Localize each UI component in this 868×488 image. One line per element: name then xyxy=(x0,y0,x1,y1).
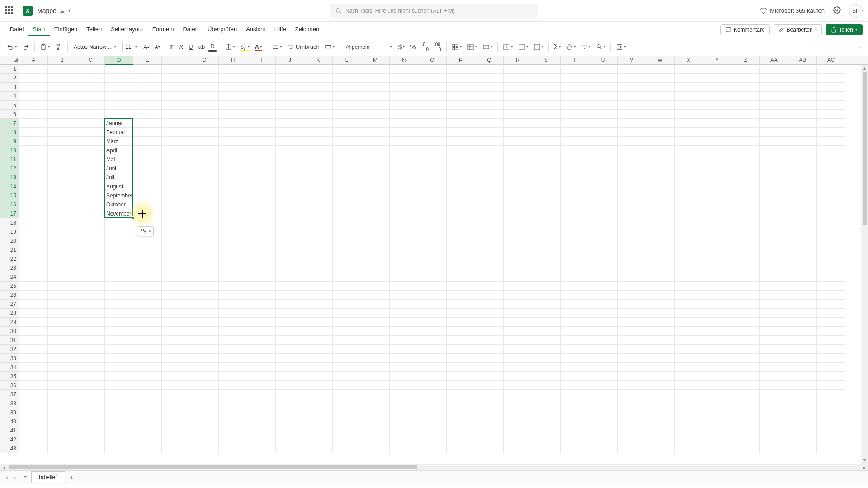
cell[interactable] xyxy=(504,254,532,263)
cell[interactable] xyxy=(333,83,361,92)
cell[interactable] xyxy=(219,291,247,300)
cell[interactable] xyxy=(105,318,133,327)
cell[interactable] xyxy=(504,227,532,236)
row-header[interactable]: 41 xyxy=(0,426,19,435)
row-header[interactable]: 19 xyxy=(0,227,19,236)
cell[interactable] xyxy=(361,417,390,426)
cell[interactable] xyxy=(731,381,760,390)
cell[interactable] xyxy=(133,155,162,164)
cell[interactable] xyxy=(561,92,589,101)
cell[interactable] xyxy=(390,354,418,363)
cell[interactable] xyxy=(561,245,589,254)
menu-start[interactable]: Start xyxy=(28,23,49,36)
cell[interactable] xyxy=(589,354,618,363)
col-header[interactable]: H xyxy=(219,56,247,64)
cell[interactable] xyxy=(219,209,247,218)
cell[interactable] xyxy=(418,218,447,227)
cell[interactable] xyxy=(19,272,48,282)
cell[interactable] xyxy=(361,272,390,282)
cell[interactable] xyxy=(390,245,418,254)
cell[interactable] xyxy=(532,83,561,92)
cell[interactable] xyxy=(760,137,788,146)
cell[interactable] xyxy=(333,390,361,399)
cell[interactable] xyxy=(788,83,817,92)
cell[interactable] xyxy=(646,182,675,191)
row-header[interactable]: 17 xyxy=(0,209,19,218)
font-size-select[interactable]: 11▾ xyxy=(122,42,140,52)
cell[interactable] xyxy=(618,110,646,119)
cell[interactable] xyxy=(162,110,190,119)
cell[interactable] xyxy=(418,146,447,155)
cell[interactable] xyxy=(731,309,760,318)
cell[interactable] xyxy=(675,137,703,146)
cell[interactable] xyxy=(703,309,731,318)
cell[interactable] xyxy=(76,282,105,291)
cell[interactable] xyxy=(105,110,133,119)
cell[interactable] xyxy=(532,164,561,173)
cell[interactable] xyxy=(817,83,845,92)
cell[interactable] xyxy=(276,309,304,318)
cell[interactable] xyxy=(447,137,475,146)
cell[interactable] xyxy=(390,372,418,381)
cell[interactable] xyxy=(19,146,48,155)
cell[interactable] xyxy=(731,372,760,381)
cell[interactable] xyxy=(304,83,333,92)
cell[interactable] xyxy=(105,83,133,92)
cell[interactable] xyxy=(731,236,760,245)
cell[interactable] xyxy=(190,173,219,182)
cell[interactable] xyxy=(475,354,504,363)
cell[interactable] xyxy=(504,444,532,453)
cell[interactable] xyxy=(48,435,76,444)
cell[interactable] xyxy=(19,110,48,119)
cell[interactable] xyxy=(19,390,48,399)
cell[interactable] xyxy=(589,417,618,426)
cell[interactable] xyxy=(390,291,418,300)
cell[interactable] xyxy=(76,236,105,245)
row-header[interactable]: 16 xyxy=(0,200,19,209)
cell[interactable] xyxy=(817,300,845,309)
cell[interactable] xyxy=(703,128,731,137)
cell[interactable] xyxy=(276,263,304,272)
cell[interactable] xyxy=(731,345,760,354)
cell[interactable] xyxy=(504,83,532,92)
cell[interactable] xyxy=(304,272,333,282)
cell[interactable] xyxy=(105,218,133,227)
cell[interactable] xyxy=(731,119,760,128)
cell[interactable] xyxy=(675,74,703,83)
cell[interactable] xyxy=(589,444,618,453)
cell[interactable] xyxy=(133,182,162,191)
cell[interactable] xyxy=(788,426,817,435)
cell[interactable] xyxy=(304,146,333,155)
cell[interactable] xyxy=(276,209,304,218)
cell[interactable] xyxy=(390,173,418,182)
cell[interactable] xyxy=(589,399,618,408)
cell[interactable] xyxy=(703,336,731,345)
cell[interactable] xyxy=(760,236,788,245)
cell[interactable] xyxy=(703,227,731,236)
cell[interactable] xyxy=(19,155,48,164)
cell[interactable] xyxy=(618,300,646,309)
autosum-button[interactable]: Σ▾ xyxy=(552,42,563,52)
cell[interactable] xyxy=(817,74,845,83)
wrap-text-button[interactable]: Umbruch xyxy=(285,42,322,52)
merge-button[interactable]: ▾ xyxy=(323,42,337,52)
cell[interactable] xyxy=(817,155,845,164)
cell[interactable] xyxy=(788,74,817,83)
cell[interactable] xyxy=(76,74,105,83)
cell[interactable] xyxy=(817,254,845,263)
col-header[interactable]: F xyxy=(162,56,190,64)
col-header[interactable]: I xyxy=(247,56,276,64)
cell[interactable] xyxy=(675,399,703,408)
cell[interactable] xyxy=(731,65,760,74)
cell[interactable] xyxy=(475,173,504,182)
cell[interactable] xyxy=(276,164,304,173)
cell[interactable] xyxy=(304,327,333,336)
cell[interactable] xyxy=(504,137,532,146)
cell[interactable] xyxy=(646,354,675,363)
cell[interactable] xyxy=(162,83,190,92)
cell[interactable] xyxy=(390,209,418,218)
cell[interactable] xyxy=(190,200,219,209)
cell[interactable] xyxy=(561,227,589,236)
cell[interactable] xyxy=(788,300,817,309)
cell[interactable] xyxy=(731,408,760,417)
